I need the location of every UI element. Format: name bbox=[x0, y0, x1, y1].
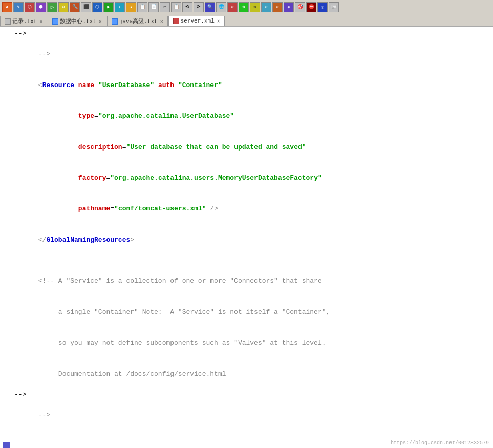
toolbar: A ✎ ⬡ ⬢ ▷ ⚙ 🔧 ⬛ ⬡ ▶ ✦ ★ 📋 📄 ✂ 📋 ⟲ ⟳ 🔍 🌐 … bbox=[0, 0, 493, 14]
code-line-5: factory="org.apache.catalina.users.Memor… bbox=[14, 163, 489, 194]
code-line-9: <!-- A "Service" is a collection of one … bbox=[14, 266, 489, 296]
code-line-14 bbox=[14, 431, 489, 441]
watermark: https://blog.csdn.net/0012832579 bbox=[391, 440, 489, 446]
gutter-mark-15 bbox=[3, 442, 10, 448]
toolbar-icon-12[interactable]: ★ bbox=[126, 2, 136, 12]
code-line-3: type="org.apache.catalina.UserDatabase" bbox=[14, 101, 489, 132]
toolbar-icon-14[interactable]: 📄 bbox=[148, 2, 159, 12]
tab-label-javagaoji: java高级.txt bbox=[119, 17, 158, 25]
toolbar-icon-22[interactable]: ⊛ bbox=[239, 2, 249, 12]
toolbar-icon-23[interactable]: ⊗ bbox=[250, 2, 260, 12]
toolbar-icon-28[interactable]: ⛔ bbox=[306, 2, 316, 12]
tab-close-javagaoji[interactable]: ✕ bbox=[160, 18, 163, 25]
tab-jilu[interactable]: 记录.txt ✕ bbox=[0, 16, 47, 26]
tab-close-jilu[interactable]: ✕ bbox=[39, 18, 42, 25]
tab-serverxml[interactable]: server.xml ✕ bbox=[168, 16, 225, 26]
tab-icon-serverxml bbox=[173, 18, 179, 24]
code-line-7: </GlobalNamingResources> bbox=[14, 225, 489, 255]
editor[interactable]: --> --> <Resource name="UserDatabase" au… bbox=[0, 27, 493, 448]
toolbar-icon-25[interactable]: ⊕ bbox=[272, 2, 283, 12]
code-line-12: Documentation at /docs/config/service.ht… bbox=[14, 359, 489, 390]
toolbar-icon-29[interactable]: ◎ bbox=[317, 2, 328, 12]
toolbar-icon-21[interactable]: ⊕ bbox=[227, 2, 238, 12]
tab-shujuzhongxin[interactable]: 数据中心.txt ✕ bbox=[48, 16, 106, 26]
toolbar-icon-27[interactable]: 🎯 bbox=[295, 2, 305, 12]
tab-close-shujuzhongxin[interactable]: ✕ bbox=[99, 18, 102, 25]
toolbar-icon-5[interactable]: ▷ bbox=[47, 2, 57, 12]
toolbar-icon-19[interactable]: 🔍 bbox=[205, 2, 215, 12]
toolbar-icon-3[interactable]: ⬡ bbox=[25, 2, 35, 12]
toolbar-icon-24[interactable]: ⊙ bbox=[261, 2, 271, 12]
toolbar-icon-2[interactable]: ✎ bbox=[13, 2, 24, 12]
toolbar-icon-15[interactable]: ✂ bbox=[160, 2, 170, 12]
tab-label-serverxml: server.xml bbox=[181, 18, 215, 24]
code-line-8 bbox=[14, 255, 489, 266]
code-line-6: pathname="conf/tomcat-users.xml" /> bbox=[14, 194, 489, 224]
tab-icon-javagaoji bbox=[112, 18, 118, 25]
toolbar-icon-1[interactable]: A bbox=[2, 2, 12, 12]
tab-label-jilu: 记录.txt bbox=[12, 17, 37, 25]
toolbar-icon-20[interactable]: 🌐 bbox=[216, 2, 226, 12]
code-line-11: so you may not define subcomponents such… bbox=[14, 328, 489, 358]
toolbar-icon-13[interactable]: 📋 bbox=[137, 2, 147, 12]
tabbar: 记录.txt ✕ 数据中心.txt ✕ java高级.txt ✕ server.… bbox=[0, 14, 493, 27]
toolbar-icon-11[interactable]: ✦ bbox=[115, 2, 125, 12]
toolbar-icon-17[interactable]: ⟲ bbox=[182, 2, 192, 12]
toolbar-icon-26[interactable]: ◈ bbox=[284, 2, 294, 12]
toolbar-icon-18[interactable]: ⟳ bbox=[194, 2, 204, 12]
toolbar-icon-8[interactable]: ⬛ bbox=[81, 2, 91, 12]
code-line-1: --> bbox=[14, 39, 489, 70]
toolbar-icon-9[interactable]: ⬡ bbox=[92, 2, 102, 12]
tab-icon-jilu bbox=[5, 18, 11, 25]
code-line-13: --> bbox=[14, 400, 489, 431]
toolbar-icon-30[interactable]: 📰 bbox=[329, 2, 339, 12]
tab-label-shujuzhongxin: 数据中心.txt bbox=[60, 17, 96, 25]
tab-icon-shujuzhongxin bbox=[52, 18, 58, 25]
toolbar-icon-16[interactable]: 📋 bbox=[171, 2, 181, 12]
code-line-2: <Resource name="UserDatabase" auth="Cont… bbox=[14, 70, 489, 101]
toolbar-icon-4[interactable]: ⬢ bbox=[36, 2, 46, 12]
code-line-4: description="User database that can be u… bbox=[14, 132, 489, 162]
toolbar-icon-10[interactable]: ▶ bbox=[103, 2, 114, 12]
code-line-10: a single "Container" Note: A "Service" i… bbox=[14, 297, 489, 328]
toolbar-icon-7[interactable]: 🔧 bbox=[70, 2, 80, 12]
tab-javagaoji[interactable]: java高级.txt ✕ bbox=[107, 16, 168, 26]
toolbar-icon-6[interactable]: ⚙ bbox=[58, 2, 69, 12]
tab-close-serverxml[interactable]: ✕ bbox=[217, 18, 220, 24]
